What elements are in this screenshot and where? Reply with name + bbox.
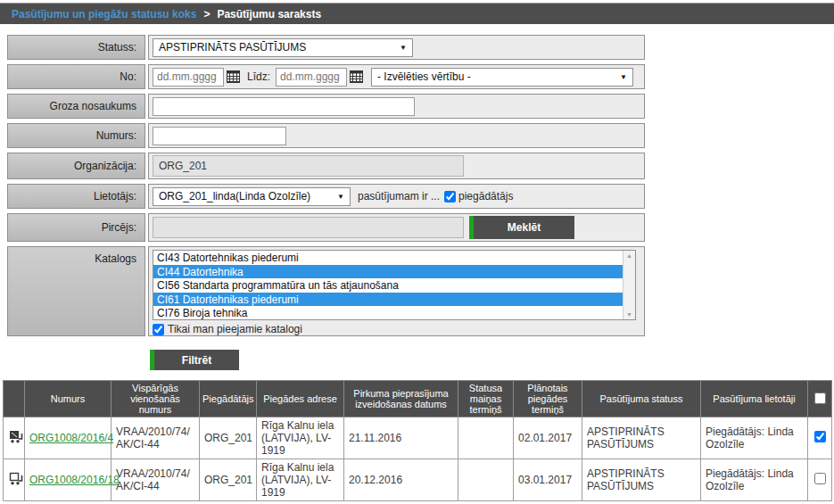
catalog-option[interactable]: CI61 Datortehnikas piederumi — [153, 293, 635, 307]
order-users-cell: Piegādātājs: Linda Ozolzīle — [701, 459, 808, 501]
order-status-cell: APSTIPRINĀTS PASŪTĪJUMS — [582, 459, 701, 501]
scroll-up-icon[interactable]: ▲ — [626, 252, 632, 259]
form-row-user: Lietotājs: ORG_201_linda(Linda Ozolzīle)… — [7, 184, 645, 209]
header-select-all — [808, 381, 832, 417]
header-order-status: Pasūtījuma statuss — [582, 381, 701, 417]
catalog-label: Katalogs — [7, 246, 145, 336]
breadcrumb-separator: > — [203, 8, 210, 21]
delivery-address-cell: Rīga Kalnu iela (LATVIJA), LV-1919 — [257, 417, 344, 459]
order-number-link[interactable]: ORG1008/2016/4 — [29, 432, 113, 444]
agreement-number-cell: VRAA/2010/74/AK/CI-44 — [111, 459, 200, 501]
catalog-option[interactable]: CI76 Biroja tehnika — [153, 306, 635, 320]
calendar-icon[interactable] — [227, 70, 240, 83]
listbox-scrollbar[interactable]: ▲ ▼ — [623, 251, 635, 319]
header-planned-delivery: Plānotais piegādes termiņš — [514, 381, 582, 417]
table-row: ORG1008/2016/4 VRAA/2010/74/AK/CI-44 ORG… — [4, 417, 832, 459]
date-from-input[interactable] — [153, 68, 224, 87]
supplier-checkbox[interactable] — [444, 191, 456, 202]
chevron-down-icon: ▼ — [400, 44, 407, 52]
only-my-catalogs-checkbox[interactable] — [153, 324, 164, 335]
header-order-users: Pasūtījuma lietotāji — [701, 381, 808, 417]
breadcrumb-link-status-tree[interactable]: Pasūtījumu un piegāžu statusu koks — [12, 8, 196, 21]
agreement-number-cell: VRAA/2010/74/AK/CI-44 — [111, 417, 200, 459]
supplier-cell: ORG_201 — [200, 417, 257, 459]
status-change-deadline-cell — [458, 459, 514, 501]
calendar-icon[interactable] — [350, 70, 363, 83]
chevron-down-icon: ▼ — [620, 73, 627, 81]
chevron-down-icon: ▼ — [337, 193, 344, 201]
breadcrumb-current: Pasūtījumu saraksts — [217, 8, 321, 21]
row-checkbox[interactable] — [814, 473, 826, 484]
date-to-input[interactable] — [276, 68, 347, 87]
cart-filled-icon[interactable] — [8, 434, 24, 447]
organization-field: ORG_201 — [153, 155, 464, 177]
catalog-option[interactable]: CI56 Standarta programmatūra un tās atja… — [153, 278, 635, 293]
user-label: Lietotājs: — [7, 184, 145, 209]
order-status-cell: APSTIPRINĀTS PASŪTĪJUMS — [582, 417, 701, 459]
form-row-dates: No: Līdz: - Izvēlēties vērtību - ▼ — [7, 64, 645, 89]
user-suffix-text: pasūtījumam ir ... — [358, 190, 440, 202]
table-row: ORG1008/2016/18 VRAA/2010/74/AK/CI-44 OR… — [4, 459, 832, 501]
breadcrumb: Pasūtījumu un piegāžu statusu koks > Pas… — [0, 3, 834, 24]
date-to-label: Līdz: — [247, 70, 270, 83]
date-from-label: No: — [7, 64, 145, 89]
delivery-address-cell: Rīga Kalnu iela (LATVIJA), LV-1919 — [257, 459, 344, 501]
order-number-link[interactable]: ORG1008/2016/18 — [29, 474, 120, 486]
form-row-number: Numurs: — [7, 123, 645, 148]
planned-delivery-cell: 02.01.2017 — [514, 417, 582, 459]
status-select[interactable]: APSTIPRINĀTS PASŪTĪJUMS ▼ — [153, 38, 413, 57]
header-supplier: Piegādātājs — [200, 381, 257, 417]
order-users-cell: Piegādātājs: Linda Ozolzīle — [701, 417, 808, 459]
buyer-field — [153, 217, 464, 238]
form-row-catalog: Katalogs CI43 Datortehnikas piederumi CI… — [7, 246, 645, 336]
row-checkbox[interactable] — [814, 431, 826, 442]
select-all-checkbox[interactable] — [814, 392, 826, 404]
organization-label: Organizācija: — [7, 153, 145, 179]
search-button[interactable]: Meklēt — [469, 216, 574, 239]
basket-name-input[interactable] — [153, 97, 415, 116]
request-created-date-cell: 20.12.2016 — [344, 459, 458, 501]
form-row-basket-name: Groza nosaukums — [7, 94, 645, 119]
form-row-organization: Organizācija: ORG_201 — [7, 153, 645, 179]
filter-form: Statuss: APSTIPRINĀTS PASŪTĪJUMS ▼ No: L… — [7, 35, 645, 336]
value-select[interactable]: - Izvēlēties vērtību - ▼ — [371, 68, 633, 87]
buyer-label: Pircējs: — [7, 213, 145, 242]
header-status-change-deadline: Statusa maiņas termiņš — [458, 381, 514, 417]
filter-button[interactable]: Filtrēt — [150, 350, 239, 370]
user-select[interactable]: ORG_201_linda(Linda Ozolzīle) ▼ — [153, 187, 351, 206]
supplier-checkbox-label: piegādātājs — [458, 190, 513, 202]
number-label: Numurs: — [7, 123, 145, 148]
supplier-cell: ORG_201 — [200, 459, 257, 501]
only-my-catalogs-label: Tikai man pieejamie katalogi — [168, 323, 302, 335]
planned-delivery-cell: 03.01.2017 — [514, 459, 582, 501]
form-row-buyer: Pircējs: Meklēt — [7, 213, 645, 242]
basket-name-label: Groza nosaukums — [7, 94, 145, 119]
status-label: Statuss: — [7, 35, 145, 60]
catalog-option[interactable]: CI44 Datortehnika — [153, 265, 635, 279]
table-header-row: Numurs Vispārīgās vienošanās numurs Pieg… — [4, 381, 832, 417]
cart-outline-icon[interactable] — [8, 476, 24, 489]
status-change-deadline-cell — [458, 417, 514, 459]
header-agreement-number: Vispārīgās vienošanās numurs — [111, 381, 200, 417]
number-input[interactable] — [153, 127, 286, 145]
catalog-listbox[interactable]: CI43 Datortehnikas piederumi CI44 Datort… — [153, 250, 636, 320]
header-numurs: Numurs — [25, 381, 111, 417]
form-row-status: Statuss: APSTIPRINĀTS PASŪTĪJUMS ▼ — [7, 35, 645, 60]
header-icon-column — [4, 381, 25, 417]
header-request-created-date: Pirkuma pieprasījuma izveidošanas datums — [344, 381, 458, 417]
catalog-option[interactable]: CI43 Datortehnikas piederumi — [153, 251, 635, 265]
request-created-date-cell: 21.11.2016 — [344, 417, 458, 459]
orders-table: Numurs Vispārīgās vienošanās numurs Pieg… — [3, 380, 832, 501]
scroll-down-icon[interactable]: ▼ — [626, 311, 632, 318]
header-delivery-address: Piegādes adrese — [257, 381, 344, 417]
